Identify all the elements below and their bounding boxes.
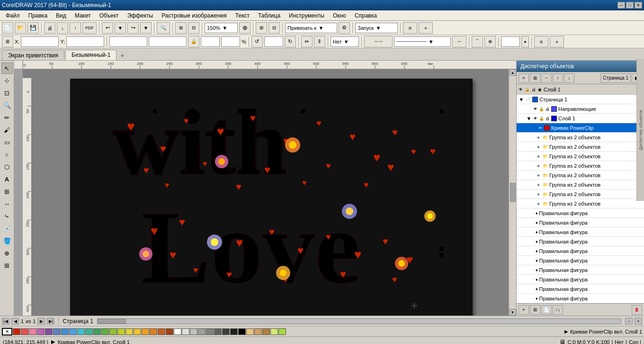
save-button[interactable]: 💾 [27, 22, 39, 34]
zoom-tool[interactable]: 🔍 [1, 100, 13, 111]
panel-footer-delete[interactable]: 🗑 [632, 305, 642, 315]
snap-guide[interactable]: ⊟ [268, 22, 280, 34]
tree-row-powerclip[interactable]: ✏ Кривая PowerClip [517, 123, 644, 133]
tab-document[interactable]: Безымянный-1 [65, 50, 116, 60]
line-end[interactable]: ─ [452, 36, 466, 47]
canvas-area[interactable]: 0 50 100 150 200 250 300 350 400 450 [14, 61, 516, 316]
fit-page[interactable]: ⊞ [175, 22, 187, 34]
menu-effects[interactable]: Эффекты [124, 11, 157, 20]
v-scrollbar[interactable]: ▲ ▼ [509, 69, 516, 316]
polygon-tool[interactable]: ⬡ [1, 161, 13, 172]
panel-move-up[interactable]: ↑ [553, 73, 563, 83]
color-violet[interactable] [45, 328, 53, 335]
color-mid-gray[interactable] [198, 328, 206, 335]
tree-row-group-6[interactable]: + 📁 Группа из 2 объектов [517, 180, 644, 190]
spin-input[interactable]: 1010 [501, 36, 520, 47]
anchor-btn[interactable]: ⊕ [484, 36, 496, 47]
width-input[interactable]: 101,114 мм [109, 36, 147, 47]
color-green[interactable] [93, 328, 101, 335]
next-page[interactable]: ▶ [37, 318, 45, 325]
tree-row-shape-6[interactable]: ♦ Правильная фигура [517, 256, 644, 265]
color-yellow-bright[interactable] [270, 328, 278, 335]
crop-tool[interactable]: ⊡ [1, 87, 13, 99]
x-input[interactable]: 106,839 мм [21, 36, 59, 47]
tree-row-shape-4[interactable]: ♦ Правильная фигура [517, 237, 644, 246]
color-purple[interactable] [37, 328, 45, 335]
tab-add-button[interactable]: + [117, 51, 127, 60]
snap-grid[interactable]: ⊞ [256, 22, 267, 34]
color-orange[interactable] [142, 328, 149, 335]
menu-tools[interactable]: Инструменты [285, 11, 328, 20]
new-button[interactable]: 📄 [2, 22, 13, 34]
menu-window[interactable]: Окно [329, 11, 350, 20]
zoom-dropdown[interactable]: 150% ▼ [205, 23, 238, 33]
ratio1-input[interactable]: 100,0 [201, 36, 220, 47]
color-red[interactable] [21, 328, 28, 335]
fill-tool[interactable]: 🪣 [1, 235, 13, 246]
undo-dropdown[interactable]: ▼ [115, 22, 126, 34]
zoom-in[interactable]: ⊕ [239, 22, 250, 34]
color-gray[interactable] [190, 328, 197, 335]
tree-row-shape-9[interactable]: ♦ Правильная фигура [517, 284, 644, 294]
tree-row-group-5[interactable]: + 📁 Группа из 2 объектов [517, 171, 644, 180]
mirror-v[interactable]: ⇕ [314, 36, 325, 47]
curve-btn[interactable]: ⌒ [472, 36, 483, 47]
zoom-out-btn[interactable]: − [625, 318, 633, 325]
select-all[interactable]: ⊞ [2, 36, 13, 47]
options-gear[interactable]: ⚙ [339, 22, 350, 34]
menu-table[interactable]: Таблица [254, 11, 284, 20]
color-amber[interactable] [134, 328, 141, 335]
color-yellow-green[interactable] [109, 328, 117, 335]
color-dark-orange[interactable] [150, 328, 157, 335]
tree-row-shape-5[interactable]: ♦ Правильная фигура [517, 246, 644, 256]
rotation-input[interactable]: 0,0 [264, 36, 283, 47]
dimension-tool[interactable]: ↔ [1, 198, 13, 209]
menu-bitmaps[interactable]: Растровые изображения [158, 11, 231, 20]
panel-move-down[interactable]: ↓ [564, 73, 574, 83]
color-black[interactable] [238, 328, 246, 335]
tree-row-shape-1[interactable]: ♦ Правильная фигура [517, 208, 644, 218]
zoom-in-btn[interactable]: + [635, 318, 642, 325]
color-cyan[interactable] [77, 328, 85, 335]
add-btn2[interactable]: + [550, 36, 564, 47]
prev-page[interactable]: ◀ [11, 318, 19, 325]
redo-button[interactable]: ↪ [127, 22, 139, 34]
ellipse-tool[interactable]: ○ [1, 149, 13, 160]
menu-layout[interactable]: Макет [71, 11, 95, 20]
tree-row-shape-7[interactable]: ♦ Правильная фигура [517, 265, 644, 275]
color-dark-gray[interactable] [206, 328, 214, 335]
tree-row-group-3[interactable]: + 📁 Группа из 2 объектов [517, 152, 644, 161]
line-dropdown[interactable]: ───────── ▼ [394, 36, 451, 47]
spin-up[interactable]: ▲ [521, 36, 529, 47]
pdf-button[interactable]: PDF [82, 22, 97, 34]
launch-dropdown[interactable]: Запуск ▼ [355, 23, 398, 33]
minimize-button[interactable]: ─ [617, 2, 625, 9]
text-tool[interactable]: A [1, 173, 13, 185]
rotate-cw[interactable]: ↻ [285, 36, 296, 47]
panel-footer-pages[interactable]: 📄 [541, 305, 552, 315]
menu-text[interactable]: Текст [232, 11, 253, 20]
redo-dropdown[interactable]: ▼ [140, 22, 152, 34]
panel-footer-add[interactable]: + [519, 305, 529, 315]
undo-button[interactable]: ↩ [102, 22, 113, 34]
canvas-page[interactable]: with with with with with ♥ ♥ ♥ ♥ [70, 79, 473, 316]
blend-tool[interactable]: ⊕ [1, 247, 13, 259]
fit-width[interactable]: ⊟ [188, 22, 199, 34]
add-btn[interactable]: + [419, 22, 433, 34]
color-near-black[interactable] [230, 328, 238, 335]
color-pink[interactable] [29, 328, 36, 335]
color-red-dark[interactable] [13, 328, 20, 335]
object-panel-content[interactable]: ▼ 📄 Страница 1 👁 🔒 🖨 Направляющие ▼ 👁 🔒 … [517, 95, 644, 303]
panel-new-master[interactable]: ⊞ [530, 73, 540, 83]
print-button[interactable]: 🖨 [44, 22, 55, 34]
color-darker-gray[interactable] [214, 328, 222, 335]
color-yellow[interactable] [125, 328, 133, 335]
artmedia-tool[interactable]: 🖌 [1, 124, 13, 136]
rect-tool[interactable]: ▭ [1, 136, 13, 148]
close-button[interactable]: ✕ [635, 2, 642, 9]
tree-row-group-8[interactable]: + 📁 Группа из 2 объектов [517, 199, 644, 208]
scroll-up[interactable]: ▲ [510, 69, 516, 76]
tree-row-layer1[interactable]: ▼ 👁 🔒 🖨 Слой 1 [517, 114, 644, 123]
ratio2-input[interactable]: 100,0 [221, 36, 240, 47]
menu-file[interactable]: Файл [2, 11, 24, 20]
